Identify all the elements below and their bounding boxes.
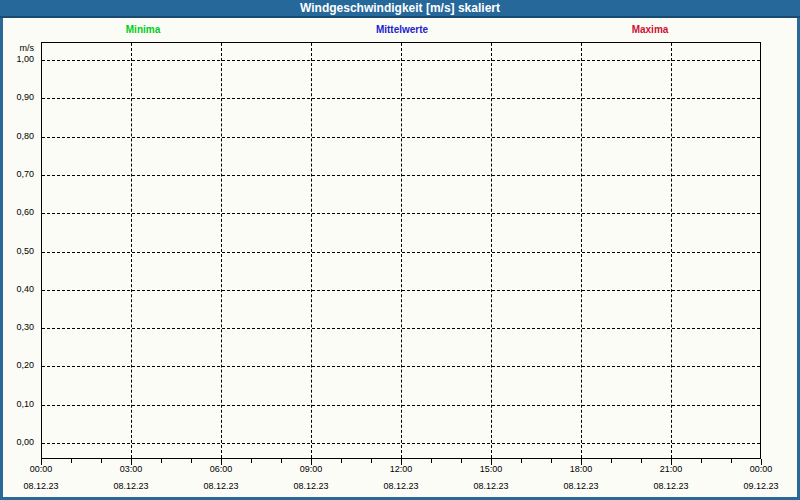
x-grid-line xyxy=(401,43,402,458)
x-tick-date-label: 08.12.23 xyxy=(563,481,598,492)
x-minor-tick xyxy=(641,459,642,463)
x-grid-line xyxy=(311,43,312,458)
chart-title: Windgeschwindigkeit [m/s] skaliert xyxy=(300,1,500,15)
x-major-tick xyxy=(581,459,582,465)
chart-window: Windgeschwindigkeit [m/s] skaliert Minim… xyxy=(0,0,800,500)
x-tick-time-label: 09:00 xyxy=(300,464,323,475)
x-minor-tick xyxy=(611,459,612,463)
x-minor-tick xyxy=(191,459,192,463)
x-grid-line xyxy=(671,43,672,458)
y-tick-label: 0,10 xyxy=(0,399,34,410)
x-minor-tick xyxy=(71,459,72,463)
x-tick-date-label: 08.12.23 xyxy=(473,481,508,492)
y-tick-label: 0,90 xyxy=(0,92,34,103)
x-major-tick xyxy=(41,459,42,465)
x-minor-tick xyxy=(461,459,462,463)
x-tick-date-label: 09.12.23 xyxy=(743,481,778,492)
x-tick-time-label: 18:00 xyxy=(570,464,593,475)
y-tick-label: 0,60 xyxy=(0,207,34,218)
x-tick-time-label: 15:00 xyxy=(480,464,503,475)
x-tick-date-label: 08.12.23 xyxy=(653,481,688,492)
x-major-tick xyxy=(311,459,312,465)
y-tick-label: 1,00 xyxy=(0,54,34,65)
y-tick-label: 0,80 xyxy=(0,131,34,142)
y-tick-label: 0,00 xyxy=(0,437,34,448)
x-tick-time-label: 21:00 xyxy=(660,464,683,475)
x-major-tick xyxy=(761,459,762,465)
y-tick-label: 0,50 xyxy=(0,246,34,257)
x-grid-line xyxy=(491,43,492,458)
x-minor-tick xyxy=(161,459,162,463)
x-minor-tick xyxy=(371,459,372,463)
y-tick-label: 0,30 xyxy=(0,322,34,333)
x-major-tick xyxy=(221,459,222,465)
legend-label-minima: Minima xyxy=(126,24,160,36)
x-minor-tick xyxy=(521,459,522,463)
y-axis-unit: m/s xyxy=(0,43,34,54)
x-tick-time-label: 03:00 xyxy=(120,464,143,475)
x-minor-tick xyxy=(251,459,252,463)
x-major-tick xyxy=(131,459,132,465)
x-tick-time-label: 00:00 xyxy=(750,464,773,475)
x-minor-tick xyxy=(701,459,702,463)
x-major-tick xyxy=(491,459,492,465)
x-tick-date-label: 08.12.23 xyxy=(293,481,328,492)
x-grid-line xyxy=(131,43,132,458)
x-minor-tick xyxy=(431,459,432,463)
x-tick-date-label: 08.12.23 xyxy=(113,481,148,492)
x-minor-tick xyxy=(101,459,102,463)
y-tick-label: 0,20 xyxy=(0,360,34,371)
legend-label-mittelwerte: Mittelwerte xyxy=(376,24,428,36)
x-major-tick xyxy=(401,459,402,465)
x-tick-date-label: 08.12.23 xyxy=(23,481,58,492)
y-tick-label: 0,70 xyxy=(0,169,34,180)
x-minor-tick xyxy=(281,459,282,463)
x-minor-tick xyxy=(731,459,732,463)
plot-area xyxy=(41,42,761,459)
y-tick-label: 0,40 xyxy=(0,284,34,295)
x-grid-line xyxy=(581,43,582,458)
x-tick-date-label: 08.12.23 xyxy=(383,481,418,492)
chart-title-bar: Windgeschwindigkeit [m/s] skaliert xyxy=(0,0,800,18)
x-tick-time-label: 06:00 xyxy=(210,464,233,475)
x-minor-tick xyxy=(551,459,552,463)
x-tick-time-label: 12:00 xyxy=(390,464,413,475)
x-major-tick xyxy=(671,459,672,465)
x-tick-time-label: 00:00 xyxy=(30,464,53,475)
legend-label-maxima: Maxima xyxy=(632,24,669,36)
x-grid-line xyxy=(221,43,222,458)
x-minor-tick xyxy=(341,459,342,463)
x-tick-date-label: 08.12.23 xyxy=(203,481,238,492)
